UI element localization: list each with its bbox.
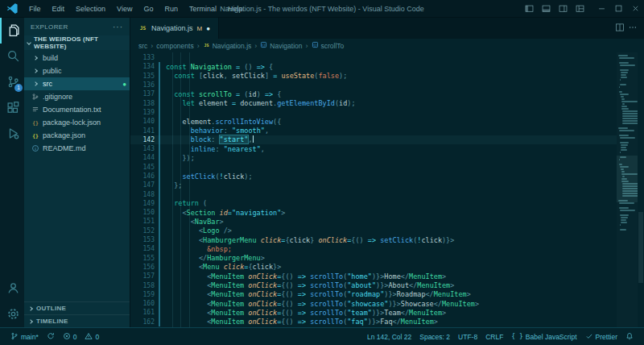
activity-bar-accounts[interactable] [0, 276, 24, 301]
more-actions-icon[interactable]: ··· [113, 23, 123, 31]
line-number: 144 [130, 154, 155, 161]
file-tree: buildpublicsrc●.gitignoreDocumentation.t… [24, 50, 130, 301]
status-notifications[interactable] [621, 328, 638, 345]
layout-sidebar-left-icon[interactable] [521, 0, 538, 18]
status-encoding[interactable]: UTF-8 [454, 328, 481, 345]
line-number: 159 [130, 291, 155, 298]
status-eol[interactable]: CRLF [481, 328, 507, 345]
line-number: 146 [130, 172, 155, 180]
menu-run[interactable]: Run [159, 0, 184, 18]
activity-bar-settings[interactable] [0, 301, 24, 327]
customize-layout-icon[interactable] [572, 0, 588, 18]
tree-item-label: public [43, 67, 62, 75]
breadcrumb-navigation-js[interactable]: JSNavigation.js [203, 41, 252, 50]
menu-bar: FileEditSelectionViewGoRunTerminalHelp [23, 0, 248, 17]
activity-bar-search[interactable] [0, 44, 24, 69]
tree-item-readme-md[interactable]: README.md [24, 142, 130, 155]
check-icon [585, 332, 593, 342]
explorer-sidebar: EXPLORER ··· THE WEIRDOS (NFT WEBSITE) b… [24, 18, 130, 327]
breadcrumb-navigation[interactable]: {}Navigation [260, 41, 302, 50]
line-number: 135 [130, 73, 155, 80]
status-warnings[interactable]: 0 [80, 328, 103, 345]
line-number: 149 [130, 200, 155, 207]
line-number: 139 [130, 109, 155, 116]
code-line: 151 <NavBar> [130, 217, 617, 226]
panel-outline[interactable]: OUTLINE [24, 301, 130, 314]
menu-help[interactable]: Help [222, 0, 249, 18]
project-section-header[interactable]: THE WEIRDOS (NFT WEBSITE) [24, 35, 130, 50]
minimap[interactable] [617, 52, 638, 327]
status-language-mode[interactable]: { }Babel JavaScript [507, 328, 580, 345]
activity-bar-extensions[interactable] [0, 95, 24, 121]
chevron-right-icon [31, 80, 39, 89]
status-sync[interactable] [43, 328, 59, 345]
info-icon [31, 144, 39, 153]
error-icon [63, 332, 71, 342]
tree-item-public[interactable]: public [24, 64, 130, 77]
minimap-slider[interactable] [617, 156, 638, 202]
menu-file[interactable]: File [23, 0, 47, 18]
status-prettier[interactable]: Prettier [581, 328, 621, 345]
panel-timeline[interactable]: TIMELINE [24, 314, 130, 327]
breadcrumb-separator: › [197, 42, 200, 50]
split-editor-icon[interactable] [615, 23, 625, 34]
tab-navigation-js[interactable]: JS Navigation.js M ● [130, 18, 219, 39]
settings-gear-icon [6, 307, 20, 322]
editor-more-actions-icon[interactable] [628, 23, 638, 34]
vertical-scrollbar[interactable] [638, 52, 644, 327]
breadcrumb-separator: › [151, 42, 153, 50]
title-bar: FileEditSelectionViewGoRunTerminalHelp N… [0, 0, 644, 18]
text-cursor [253, 135, 254, 143]
menu-view[interactable]: View [111, 0, 138, 18]
code-line: 153 <HamburgerMenu click={click} onClick… [130, 235, 617, 244]
menu-terminal[interactable]: Terminal [184, 0, 222, 18]
code-editor[interactable]: 133134const Navigation = () => {135 cons… [130, 52, 644, 327]
breadcrumb-scrollto[interactable]: {}scrollTo [312, 41, 345, 50]
tree-item-build[interactable]: build [24, 52, 130, 64]
line-number: 153 [130, 236, 155, 243]
tree-item-label: .gitignore [43, 93, 72, 101]
tree-item-documentation-txt[interactable]: Documentation.txt [24, 103, 130, 116]
project-name: THE WEIRDOS (NFT WEBSITE) [34, 35, 126, 50]
vscode-window: FileEditSelectionViewGoRunTerminalHelp N… [0, 0, 644, 345]
line-number: 162 [130, 318, 155, 326]
status-indentation[interactable]: Spaces: 2 [415, 328, 454, 345]
breadcrumb-src[interactable]: src [138, 42, 147, 50]
layout-panel-icon[interactable] [538, 0, 555, 18]
status-errors[interactable]: 0 [59, 328, 81, 345]
line-number: 155 [130, 255, 155, 262]
tree-item--gitignore[interactable]: .gitignore [24, 90, 130, 103]
layout-sidebar-right-icon[interactable] [555, 0, 572, 18]
tree-item-src[interactable]: src● [24, 77, 130, 90]
code-line: 159 <MenuItem onClick={() => scrollTo("r… [130, 290, 617, 299]
code-line: 162 <MenuItem onClick={() => scrollTo("f… [130, 318, 617, 326]
status-branch[interactable]: main* [6, 328, 43, 345]
menu-edit[interactable]: Edit [47, 0, 71, 18]
tree-item-package-json[interactable]: {}package.json [24, 129, 130, 142]
dirty-indicator[interactable]: ● [206, 25, 210, 32]
status-cursor-position[interactable]: Ln 142, Col 22 [363, 328, 415, 345]
svg-text:{}: {} [313, 44, 316, 47]
chevron-right-icon [31, 54, 39, 63]
breadcrumb-components[interactable]: components [156, 42, 193, 50]
minimize-button[interactable] [593, 0, 610, 18]
tree-item-package-lock-json[interactable]: {}package-lock.json [24, 116, 130, 129]
activity-bar-source-control[interactable]: 1 [0, 69, 24, 95]
git-icon [31, 93, 39, 102]
chevron-right-icon [28, 306, 33, 311]
close-button[interactable] [627, 0, 644, 18]
code-line: 140 element.scrollIntoView({ [130, 117, 617, 126]
code-line: 136 [130, 81, 617, 89]
maximize-button[interactable] [610, 0, 627, 18]
code-line: 139 [130, 108, 617, 117]
menu-selection[interactable]: Selection [70, 0, 111, 18]
code-line: 148 [130, 189, 617, 198]
activity-bar-run-debug[interactable] [0, 121, 24, 147]
code-line: 143 inline: "nearest", [130, 144, 617, 153]
symbol-icon: {} [312, 41, 319, 50]
line-number: 154 [130, 245, 155, 252]
menu-go[interactable]: Go [138, 0, 159, 18]
activity-bar-explorer[interactable] [0, 18, 24, 44]
folder-modified-dot: ● [122, 81, 126, 88]
line-number: 138 [130, 100, 155, 107]
